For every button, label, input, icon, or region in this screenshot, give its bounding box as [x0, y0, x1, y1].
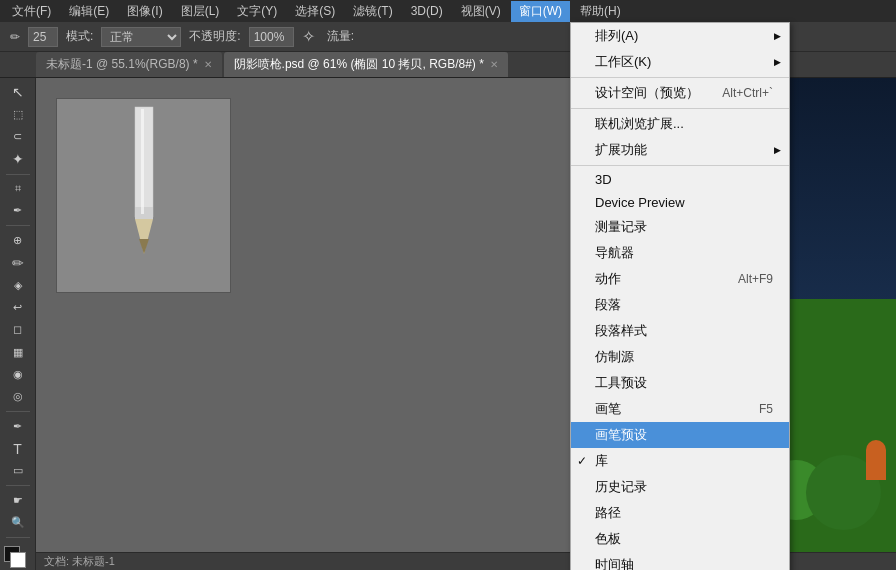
menu-libraries[interactable]: ✓ 库 — [571, 448, 789, 474]
menu-extensions[interactable]: 扩展功能 — [571, 137, 789, 163]
select-rect-tool-button[interactable]: ⬚ — [4, 104, 32, 124]
menu-3d[interactable]: 3D — [571, 168, 789, 191]
eraser-tool-button[interactable]: ◻ — [4, 320, 32, 340]
menu-arrange[interactable]: 排列(A) — [571, 23, 789, 49]
menu-libraries-label: 库 — [595, 452, 608, 470]
move-tool-button[interactable]: ↖ — [4, 82, 32, 102]
menu-timeline-label: 时间轴 — [595, 556, 634, 570]
menu-brush-presets-label: 画笔预设 — [595, 426, 647, 444]
menu-brush-label: 画笔 — [595, 400, 621, 418]
tab-untitled-close[interactable]: ✕ — [204, 59, 212, 70]
menu-brush[interactable]: 画笔 F5 — [571, 396, 789, 422]
tab-shadow-gun[interactable]: 阴影喷枪.psd @ 61% (椭圆 10 拷贝, RGB/8#) * ✕ — [224, 52, 508, 77]
menu-actions-label: 动作 — [595, 270, 621, 288]
sep-2 — [571, 108, 789, 109]
menu-device-preview[interactable]: Device Preview — [571, 191, 789, 214]
menu-workspace-label: 工作区(K) — [595, 53, 651, 71]
pen-tool-button[interactable]: ✒ — [4, 416, 32, 436]
menu-extensions-label: 扩展功能 — [595, 141, 647, 159]
menu-brush-shortcut: F5 — [739, 402, 773, 416]
sep-1 — [571, 77, 789, 78]
menu-select[interactable]: 选择(S) — [287, 1, 343, 22]
menu-image[interactable]: 图像(I) — [119, 1, 170, 22]
window-menu-container: 排列(A) 工作区(K) 设计空间（预览） Alt+Ctrl+` 联机浏览扩展.… — [570, 22, 790, 570]
tool-sep-2 — [6, 225, 30, 226]
opacity-input[interactable] — [249, 27, 294, 47]
mode-label: 模式: — [62, 26, 97, 47]
menu-layer[interactable]: 图层(L) — [173, 1, 228, 22]
menu-actions-shortcut: Alt+F9 — [718, 272, 773, 286]
gradient-tool-button[interactable]: ▦ — [4, 342, 32, 362]
menu-history[interactable]: 历史记录 — [571, 474, 789, 500]
main-area: ↖ ⬚ ⊂ ✦ ⌗ ✒ ⊕ ✏ ◈ ↩ ◻ ▦ ◉ ◎ ✒ T ▭ ☛ 🔍 — [0, 78, 896, 570]
menu-brush-presets[interactable]: 画笔预设 — [571, 422, 789, 448]
menu-history-label: 历史记录 — [595, 478, 647, 496]
tool-sep-1 — [6, 174, 30, 175]
blur-tool-button[interactable]: ◉ — [4, 364, 32, 384]
menu-design-space-shortcut: Alt+Ctrl+` — [702, 86, 773, 100]
tab-shadow-gun-close[interactable]: ✕ — [490, 59, 498, 70]
menu-online-browse-label: 联机浏览扩展... — [595, 115, 684, 133]
opacity-label: 不透明度: — [185, 26, 244, 47]
menu-paragraph-styles[interactable]: 段落样式 — [571, 318, 789, 344]
window-dropdown: 排列(A) 工作区(K) 设计空间（预览） Alt+Ctrl+` 联机浏览扩展.… — [570, 22, 790, 570]
menu-navigator[interactable]: 导航器 — [571, 240, 789, 266]
menu-paragraph[interactable]: 段落 — [571, 292, 789, 318]
magic-wand-tool-button[interactable]: ✦ — [4, 149, 32, 169]
menu-bar: 文件(F) 编辑(E) 图像(I) 图层(L) 文字(Y) 选择(S) 滤镜(T… — [0, 0, 896, 22]
menu-3d[interactable]: 3D(D) — [403, 2, 451, 20]
shape-tool-button[interactable]: ▭ — [4, 461, 32, 481]
blend-mode-select[interactable]: 正常 — [101, 27, 181, 47]
menu-tool-presets-label: 工具预设 — [595, 374, 647, 392]
brush-icon: ✏ — [6, 28, 24, 46]
menu-clone-source-label: 仿制源 — [595, 348, 634, 366]
menu-paragraph-label: 段落 — [595, 296, 621, 314]
menu-file[interactable]: 文件(F) — [4, 1, 59, 22]
menu-tool-presets[interactable]: 工具预设 — [571, 370, 789, 396]
hand-tool-button[interactable]: ☛ — [4, 490, 32, 510]
menu-window[interactable]: 窗口(W) — [511, 1, 570, 22]
clone-tool-button[interactable]: ◈ — [4, 275, 32, 295]
airbrush-icon: ✧ — [298, 25, 319, 48]
history-brush-button[interactable]: ↩ — [4, 297, 32, 317]
color-swatches[interactable] — [4, 546, 32, 566]
menu-online-browse[interactable]: 联机浏览扩展... — [571, 111, 789, 137]
menu-workspace[interactable]: 工作区(K) — [571, 49, 789, 75]
status-text: 文档: 未标题-1 — [44, 554, 115, 569]
menu-libraries-check: ✓ — [577, 454, 587, 468]
menu-measurement-log-label: 测量记录 — [595, 218, 647, 236]
brush-size-input[interactable] — [28, 27, 58, 47]
brush-tool-button[interactable]: ✏ — [4, 252, 32, 272]
menu-view[interactable]: 视图(V) — [453, 1, 509, 22]
flow-label: 流量: — [323, 26, 358, 47]
eyedropper-tool-button[interactable]: ✒ — [4, 201, 32, 221]
crop-tool-button[interactable]: ⌗ — [4, 178, 32, 198]
menu-actions[interactable]: 动作 Alt+F9 — [571, 266, 789, 292]
left-tools-panel: ↖ ⬚ ⊂ ✦ ⌗ ✒ ⊕ ✏ ◈ ↩ ◻ ▦ ◉ ◎ ✒ T ▭ ☛ 🔍 — [0, 78, 36, 570]
text-tool-button[interactable]: T — [4, 438, 32, 458]
menu-edit[interactable]: 编辑(E) — [61, 1, 117, 22]
zoom-tool-button[interactable]: 🔍 — [4, 512, 32, 532]
tool-sep-4 — [6, 485, 30, 486]
menu-timeline[interactable]: 时间轴 — [571, 552, 789, 570]
svg-marker-3 — [139, 239, 149, 254]
menu-text[interactable]: 文字(Y) — [229, 1, 285, 22]
menu-measurement-log[interactable]: 测量记录 — [571, 214, 789, 240]
tab-untitled[interactable]: 未标题-1 @ 55.1%(RGB/8) * ✕ — [36, 52, 222, 77]
menu-design-space[interactable]: 设计空间（预览） Alt+Ctrl+` — [571, 80, 789, 106]
menu-paragraph-styles-label: 段落样式 — [595, 322, 647, 340]
tool-sep-3 — [6, 411, 30, 412]
menu-filter[interactable]: 滤镜(T) — [345, 1, 400, 22]
healing-tool-button[interactable]: ⊕ — [4, 230, 32, 250]
menu-device-preview-label: Device Preview — [595, 195, 685, 210]
menu-swatches[interactable]: 色板 — [571, 526, 789, 552]
menu-arrange-label: 排列(A) — [595, 27, 638, 45]
menu-paths[interactable]: 路径 — [571, 500, 789, 526]
lasso-tool-button[interactable]: ⊂ — [4, 127, 32, 147]
menu-paths-label: 路径 — [595, 504, 621, 522]
menu-clone-source[interactable]: 仿制源 — [571, 344, 789, 370]
menu-help[interactable]: 帮助(H) — [572, 1, 629, 22]
dodge-tool-button[interactable]: ◎ — [4, 387, 32, 407]
menu-navigator-label: 导航器 — [595, 244, 634, 262]
tab-shadow-gun-label: 阴影喷枪.psd @ 61% (椭圆 10 拷贝, RGB/8#) * — [234, 56, 484, 73]
